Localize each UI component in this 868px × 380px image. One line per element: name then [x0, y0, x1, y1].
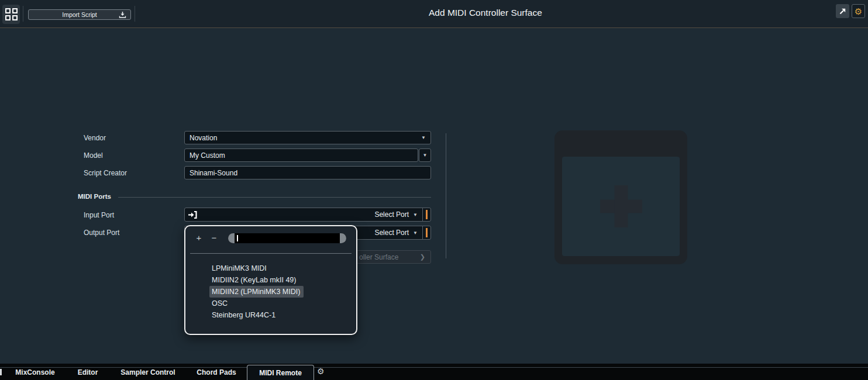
port-list-item[interactable]: MIDIIN2 (KeyLab mkII 49)	[209, 274, 300, 286]
lower-zone-settings-button[interactable]: ⚙︎	[317, 367, 325, 376]
tab-mixconsole[interactable]: MixConsole	[15, 368, 54, 376]
port-select-popup: + − LPMiniMK3 MIDI MIDIIN2 (KeyLab mkII …	[184, 225, 357, 335]
import-script-label: Import Script	[62, 11, 97, 18]
vendor-value: Novation	[190, 134, 217, 142]
port-activity-indicator	[426, 228, 428, 237]
port-activity-segment	[423, 226, 430, 239]
port-list-item[interactable]: LPMiniMK3 MIDI	[209, 262, 270, 274]
import-script-button[interactable]: Import Script	[28, 9, 131, 20]
port-list-item[interactable]: Steinberg UR44C-1	[209, 309, 279, 321]
script-creator-input[interactable]	[184, 166, 431, 179]
surface-preview-placeholder	[554, 130, 687, 264]
input-port-field[interactable]: Select Port ▼	[184, 208, 431, 222]
toolbar-divider	[135, 6, 135, 22]
script-creator-label: Script Creator	[84, 169, 127, 177]
gear-icon: ⚙︎	[855, 7, 862, 16]
tab-editor[interactable]: Editor	[78, 368, 98, 376]
port-activity-indicator	[426, 210, 428, 219]
open-in-window-button[interactable]	[836, 4, 849, 18]
model-label: Model	[84, 151, 103, 160]
toolbar-divider	[23, 6, 23, 22]
port-list-item-selected[interactable]: MIDIIN2 (LPMiniMK3 MIDI)	[209, 286, 304, 298]
chevron-down-icon: ▼	[413, 212, 418, 217]
chevron-down-icon: ▼	[413, 230, 418, 236]
gear-icon: ⚙︎	[317, 367, 325, 376]
model-input[interactable]	[184, 148, 418, 162]
surface-overview-button[interactable]	[2, 5, 20, 24]
add-midi-controller-surface-dialog: Import Script Add MIDI Controller Surfac…	[0, 0, 868, 380]
vendor-label: Vendor	[84, 134, 106, 142]
port-search-input[interactable]	[236, 233, 339, 243]
dialog-title: Add MIDI Controller Surface	[429, 8, 542, 18]
port-list-item[interactable]: OSC	[209, 298, 231, 309]
pill-cap-left	[228, 233, 235, 243]
grid-icon	[5, 8, 18, 20]
model-dropdown-button[interactable]: ▼	[419, 148, 431, 162]
add-port-button[interactable]: +	[194, 233, 204, 243]
chevron-down-icon: ▼	[423, 153, 428, 158]
vendor-select[interactable]: Novation ▼	[184, 131, 431, 144]
output-port-select-label: Select Port	[374, 229, 409, 237]
midi-ports-heading: MIDI Ports	[78, 193, 111, 200]
chevron-right-icon: ❯	[420, 253, 425, 261]
midi-input-icon	[188, 210, 198, 219]
tab-bar-top-line	[0, 367, 868, 368]
download-icon	[119, 11, 126, 19]
form-preview-divider	[446, 133, 446, 258]
settings-button[interactable]: ⚙︎	[852, 4, 865, 18]
remove-port-button[interactable]: −	[209, 233, 219, 243]
add-controller-surface-button[interactable]: oller Surface ❯	[356, 250, 431, 264]
clipped-tab-fragment[interactable]	[0, 369, 2, 375]
port-search-field[interactable]	[228, 233, 346, 243]
external-arrow-icon	[839, 8, 846, 15]
section-rule	[118, 197, 431, 198]
popup-divider	[190, 253, 352, 254]
tab-sampler-control[interactable]: Sampler Control	[120, 368, 175, 376]
port-activity-segment	[423, 208, 430, 221]
input-port-label: Input Port	[84, 211, 114, 219]
tab-midi-remote[interactable]: MIDI Remote	[247, 365, 314, 380]
lower-zone-tab-bar: MixConsole Editor Sampler Control Chord …	[0, 364, 868, 380]
surface-preview-screen	[562, 157, 680, 256]
input-port-select-label: Select Port	[374, 210, 409, 219]
output-port-label: Output Port	[84, 229, 119, 237]
chevron-down-icon: ▼	[421, 135, 426, 140]
add-controller-surface-label: oller Surface	[359, 253, 398, 261]
tab-chord-pads[interactable]: Chord Pads	[197, 368, 236, 376]
top-bar: Import Script Add MIDI Controller Surfac…	[0, 0, 868, 28]
port-list: LPMiniMK3 MIDI MIDIIN2 (KeyLab mkII 49) …	[209, 262, 352, 321]
pill-cap-right	[340, 233, 346, 243]
